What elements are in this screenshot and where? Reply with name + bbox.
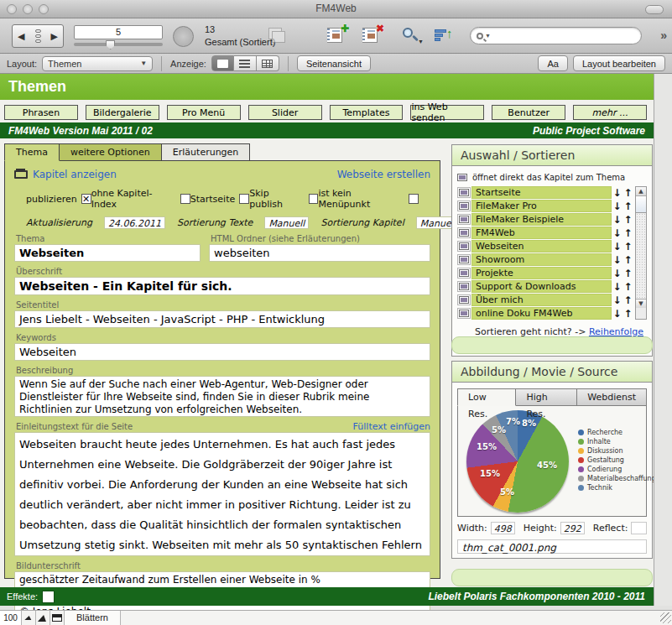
move-up-icon[interactable]: ↑ <box>623 308 633 320</box>
form-view-button[interactable] <box>211 55 234 71</box>
move-up-icon[interactable]: ↑ <box>623 214 633 226</box>
move-up-icon[interactable]: ↑ <box>623 294 633 306</box>
toolbar-toggle-button[interactable] <box>645 5 664 14</box>
thema-field[interactable]: Webseiten <box>14 244 201 262</box>
tab-erlaeuterungen[interactable]: Erläuterungen <box>162 143 251 161</box>
toolbar-visibility-icon[interactable] <box>50 611 65 625</box>
move-down-icon[interactable]: ↓ <box>612 281 623 293</box>
next-record-icon[interactable]: ▶ <box>51 31 58 42</box>
layout-dropdown-value: Themen <box>48 59 81 69</box>
list-view-button[interactable] <box>234 55 257 71</box>
scroll-up-icon[interactable]: ▲ <box>636 187 646 196</box>
tab-low-res[interactable]: Low Res. <box>457 388 516 406</box>
thema-tabs: Thema weitere Optionen Erläuterungen <box>4 143 250 161</box>
aktualisierung-field[interactable]: 24.06.2011 <box>104 216 165 229</box>
nav-button-bildergalerie[interactable]: Bildergalerie <box>86 105 159 120</box>
width-field[interactable]: 498 <box>491 522 515 534</box>
mode-selector[interactable]: Blättern <box>65 611 121 625</box>
webseite-erstellen-link[interactable]: Webseite erstellen <box>337 169 430 180</box>
move-up-icon[interactable]: ↑ <box>623 187 633 199</box>
move-down-icon[interactable]: ↓ <box>612 227 623 239</box>
sort-icon[interactable]: ↑ <box>435 26 456 46</box>
sortierung-texte-field[interactable]: Manuell <box>264 216 309 229</box>
move-down-icon[interactable]: ↓ <box>612 254 623 266</box>
move-up-icon[interactable]: ↑ <box>623 201 633 212</box>
find-icon[interactable]: ▼ <box>401 26 423 46</box>
ueberschrift-label: Überschrift <box>16 267 429 276</box>
record-slider-thumb[interactable] <box>106 40 115 49</box>
nav-button-mehr[interactable]: mehr ... <box>573 105 647 120</box>
checkbox-box-4[interactable] <box>409 194 419 204</box>
tab-thema[interactable]: Thema <box>4 143 60 161</box>
move-down-icon[interactable]: ↓ <box>612 201 623 212</box>
beschreibung-field[interactable]: Wenn Sie auf der Suche nach einer Web-Ag… <box>14 376 430 417</box>
pie-slice-label: 5% <box>492 425 506 435</box>
tab-webdienst[interactable]: Webdienst <box>577 388 647 406</box>
kapitel-open-icon <box>459 202 469 210</box>
zoom-percentage-field[interactable]: 100 <box>0 611 22 625</box>
move-up-icon[interactable]: ↑ <box>623 254 633 266</box>
move-down-icon[interactable]: ↓ <box>612 268 623 279</box>
checkbox-box-1[interactable] <box>180 194 190 204</box>
move-up-icon[interactable]: ↑ <box>623 227 633 239</box>
keywords-field[interactable]: Webseiten <box>14 343 430 361</box>
list-scrollbar[interactable]: ▲ ▼ <box>635 186 647 320</box>
record-slider[interactable] <box>74 43 163 46</box>
filename-field[interactable]: thm_cat_0001.png <box>457 539 647 554</box>
effekte-checkbox[interactable] <box>43 591 54 602</box>
sortierung-texte-label: Sortierung Texte <box>177 217 253 228</box>
move-down-icon[interactable]: ↓ <box>612 187 623 199</box>
search-input[interactable] <box>492 29 641 43</box>
tab-high-res[interactable]: High Res. <box>516 388 577 406</box>
height-field[interactable]: 292 <box>560 522 585 534</box>
zoom-out-icon[interactable] <box>22 611 36 625</box>
record-navigation[interactable]: ◀ ▶ <box>12 24 64 48</box>
move-down-icon[interactable]: ↓ <box>612 294 623 306</box>
checkbox-box-0[interactable] <box>81 194 91 204</box>
nav-button-benutzer[interactable]: Benutzer <box>492 105 565 120</box>
legend-swatch <box>578 457 584 463</box>
layout-dropdown[interactable]: Themen ▼ <box>42 56 153 71</box>
tab-weitere-optionen[interactable]: weitere Optionen <box>60 143 162 161</box>
new-record-icon[interactable]: ✚ <box>326 26 347 46</box>
nav-button-slider[interactable]: Slider <box>248 105 322 120</box>
kapitel-anzeigen-link[interactable]: Kapitel anzeigen <box>33 169 117 180</box>
nav-button-pro-menu[interactable]: Pro Menü <box>167 105 241 120</box>
move-down-icon[interactable]: ↓ <box>612 214 623 226</box>
move-up-icon[interactable]: ↑ <box>623 268 633 279</box>
nav-button-ins-web-senden[interactable]: ins Web senden <box>410 105 484 120</box>
checkbox-box-3[interactable] <box>309 194 319 204</box>
move-up-icon[interactable]: ↑ <box>623 281 633 293</box>
formatting-bar-button[interactable]: Aa <box>538 55 567 71</box>
toolbar-overflow-icon[interactable]: » <box>660 29 667 42</box>
reflect-field[interactable] <box>631 522 647 534</box>
page-view-button[interactable]: Seitenansicht <box>297 55 371 71</box>
nav-button-phrasen[interactable]: Phrasen <box>4 105 78 120</box>
html-ordner-field[interactable]: webseiten <box>209 244 430 262</box>
fuelltext-einfuegen-link[interactable]: Fülltext einfügen <box>353 421 430 432</box>
bildunterschrift-field[interactable]: geschätzter Zeitaufwand zum Erstellen ei… <box>14 571 430 588</box>
seitentitel-field[interactable]: Jens Liebelt - Webseiten - JavaScript - … <box>14 310 430 328</box>
thema-label: Thema <box>16 234 199 243</box>
checkbox-box-2[interactable] <box>239 194 249 204</box>
previous-record-icon[interactable]: ◀ <box>18 31 24 42</box>
move-down-icon[interactable]: ↓ <box>612 241 623 253</box>
move-up-icon[interactable]: ↑ <box>623 241 633 253</box>
current-record-field[interactable]: 5 <box>74 25 163 39</box>
table-view-button[interactable] <box>257 55 279 71</box>
ueberschrift-field[interactable]: Webseiten - Ein Kapitel für sich. <box>14 277 430 295</box>
kapitel-open-icon <box>459 229 469 237</box>
quick-find[interactable]: ▼ <box>470 27 642 44</box>
found-set-pie-icon[interactable] <box>173 26 194 47</box>
resize-grip[interactable] <box>660 612 671 623</box>
einleitungstext-field[interactable]: Webseiten braucht heute jedes Unternehme… <box>14 432 430 556</box>
search-caret-icon[interactable]: ▼ <box>485 33 491 39</box>
scrollbar-thumb[interactable] <box>636 196 646 213</box>
zoom-in-icon[interactable] <box>36 611 50 625</box>
move-down-icon[interactable]: ↓ <box>612 308 623 320</box>
table-view-icon <box>262 60 273 68</box>
scroll-down-icon[interactable]: ▼ <box>636 299 646 308</box>
delete-record-icon[interactable]: ✖ <box>361 26 383 46</box>
edit-layout-button[interactable]: Layout bearbeiten <box>573 55 665 71</box>
nav-button-templates[interactable]: Templates <box>330 105 404 120</box>
